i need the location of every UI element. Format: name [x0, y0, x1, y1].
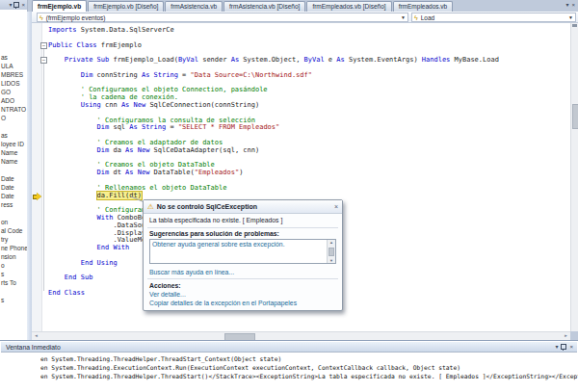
tree-item-fragment[interactable]: s — [1, 296, 28, 304]
scroll-right-icon[interactable]: ► — [562, 332, 570, 340]
tree-item-fragment[interactable]: Date — [1, 183, 28, 192]
code-line: Private Sub frmEjemplo_Load(ByVal sender… — [48, 57, 499, 65]
close-document-icon[interactable]: × — [571, 2, 575, 8]
tab-frmejemplo-vb-dise-o-[interactable]: frmEjemplo.vb [Diseño] — [88, 1, 164, 12]
tab-frmejemplo-vb[interactable]: frmEjemplo.vb — [32, 0, 87, 12]
tree-item-fragment[interactable]: o — [1, 261, 28, 270]
code-line: Public Class frmEjemplo — [48, 42, 499, 50]
tree-item-fragment[interactable] — [1, 209, 28, 218]
code-line: Dim da As New SqlCeDataAdapter(sql, cnn) — [48, 147, 499, 155]
vertical-scrollbar-thumb[interactable] — [572, 104, 578, 129]
tab-frmempleados-vb[interactable]: frmEmpleados.vb — [393, 1, 454, 12]
tree-item-fragment[interactable]: Name — [1, 148, 28, 157]
events-combo-value: Load — [421, 14, 434, 21]
vs-ide-window: ▾ × asULAMBRESLIDOSGOADONTRATOOasloyee I… — [0, 0, 578, 392]
tab-frmasistencia-vb-dise-o-[interactable]: frmAsistencia.vb [Diseño] — [223, 1, 305, 12]
collapse-region-icon[interactable]: − — [40, 57, 47, 64]
outline-guide — [43, 44, 44, 291]
tree-item-fragment[interactable]: try — [1, 235, 28, 244]
divider — [147, 278, 338, 279]
docked-panel-header: ▾ × — [0, 0, 27, 10]
stack-trace-line: en System.Threading.ExecutionContext.Run… — [40, 363, 578, 372]
tree-item-fragment[interactable]: Name — [1, 157, 28, 166]
tree-item-fragment[interactable]: LIDOS — [1, 79, 28, 88]
tree-item-fragment[interactable]: ULA — [1, 62, 28, 70]
immediate-window-title: Ventana Inmediato — [6, 344, 61, 351]
tree-item-fragment[interactable]: ADO — [1, 96, 28, 105]
tree-item-fragment[interactable]: ne Phone — [1, 244, 28, 252]
close-icon[interactable]: × — [334, 203, 338, 210]
code-line: Using cnn As New SqlCeConnection(connStr… — [48, 102, 499, 110]
docked-panel-cropped: ▾ × asULAMBRESLIDOSGOADONTRATOOasloyee I… — [0, 0, 28, 340]
tree-item-fragment[interactable] — [1, 122, 28, 131]
panel-menu-icon[interactable]: ▾ — [9, 2, 12, 8]
tree-item-fragment[interactable]: rts To — [1, 278, 28, 287]
exception-message: La tabla especificada no existe. [ Emple… — [149, 217, 336, 223]
vertical-scrollbar[interactable] — [570, 23, 578, 331]
close-icon[interactable]: × — [569, 344, 573, 350]
tab-overflow-icon[interactable]: ▾ — [565, 2, 568, 8]
collapse-region-icon[interactable]: − — [40, 42, 47, 49]
tree-item-fragment[interactable]: MBRES — [1, 70, 28, 79]
view-detail-link[interactable]: Ver detalle... — [149, 291, 186, 298]
listbox-scrollbar[interactable]: ▲ ▼ — [327, 240, 335, 263]
online-help-link[interactable]: Buscar más ayuda en línea... — [149, 269, 234, 275]
code-line: Dim sql As String = "SELECT * FROM Emple… — [48, 124, 499, 132]
actions-header: Acciones: — [149, 282, 180, 289]
immediate-window-controls: ▾ × — [555, 344, 577, 350]
immediate-window-header[interactable]: Ventana Inmediato ▾ × — [1, 342, 577, 353]
tree-item-fragment[interactable] — [1, 166, 28, 174]
tree-item-fragment[interactable]: ress — [1, 200, 28, 209]
tab-bar-controls: ▾ × — [565, 2, 575, 8]
suggestions-header: Sugerencias para solución de problemas: — [149, 230, 279, 237]
tree-item-fragment[interactable] — [1, 287, 28, 296]
stack-trace-line: en System.Threading.ThreadHelper.ThreadS… — [40, 372, 578, 380]
exception-popup-header: ⚠ No se controló SqlCeException × — [144, 200, 342, 214]
listbox-scrollbar-thumb[interactable] — [328, 248, 334, 256]
code-line: Imports System.Data.SqlServerCe — [48, 27, 499, 35]
scroll-up-icon[interactable]: ▲ — [328, 240, 335, 246]
tree-item-fragment[interactable]: nsion — [1, 252, 28, 261]
code-line: Dim connString As String = "Data Source=… — [48, 72, 499, 80]
objects-combo-value: (frmEjemplo eventos) — [46, 14, 106, 21]
tree-item-fragment[interactable]: NTRATO — [1, 105, 28, 114]
copy-details-link[interactable]: Copiar detalles de la excepción en el Po… — [149, 300, 297, 306]
events-combo[interactable]: ϟ Load ▼ — [411, 13, 576, 22]
tree-item-fragment[interactable]: Date — [1, 192, 28, 200]
horizontal-scrollbar[interactable]: ◄ ► — [32, 331, 570, 340]
exception-title: No se controló SqlCeException — [157, 203, 257, 210]
suggestions-listbox[interactable]: Obtener ayuda general sobre esta excepci… — [149, 239, 336, 264]
tree-item-fragment[interactable]: s — [1, 270, 28, 278]
close-icon[interactable]: × — [21, 2, 25, 8]
divider — [147, 227, 338, 228]
navigation-bar: ϟ (frmEjemplo eventos) ▼ ϟ Load ▼ — [32, 12, 578, 23]
window-menu-icon[interactable]: ▾ — [555, 344, 558, 350]
tree-item-fragment[interactable]: as — [1, 53, 28, 62]
exception-popup: ⚠ No se controló SqlCeException × La tab… — [143, 199, 343, 311]
tab-frmempleados-vb-dise-o-[interactable]: frmEmpleados.vb [Diseño] — [306, 1, 391, 12]
split-handle[interactable] — [572, 24, 577, 27]
immediate-window: Ventana Inmediato ▾ × en System.Threadin… — [0, 340, 578, 392]
tab-frmasistencia-vb[interactable]: frmAsistencia.vb — [165, 1, 223, 12]
tree-item-fragment[interactable]: Date — [1, 174, 28, 183]
stack-trace-line: en System.Threading.ThreadHelper.ThreadS… — [40, 354, 578, 363]
pin-icon[interactable] — [561, 344, 566, 350]
tree-item-fragment[interactable]: O — [1, 114, 28, 122]
tree-item-fragment[interactable]: GO — [1, 88, 28, 96]
code-line: Dim dt As New DataTable("Empleados") — [48, 170, 499, 177]
tab-bar: frmEjemplo.vbfrmEjemplo.vb [Diseño]frmAs… — [32, 0, 563, 12]
tree-item-fragment[interactable]: as — [1, 131, 28, 140]
immediate-window-content[interactable]: en System.Threading.ThreadHelper.ThreadS… — [40, 354, 578, 392]
chevron-down-icon: ▼ — [401, 14, 406, 20]
indicator-margin — [32, 23, 42, 331]
scroll-left-icon[interactable]: ◄ — [32, 332, 40, 340]
objects-combo[interactable]: ϟ (frmEjemplo eventos) ▼ — [37, 13, 408, 22]
pin-icon[interactable] — [13, 2, 19, 8]
chevron-down-icon: ▼ — [568, 14, 573, 20]
scroll-down-icon[interactable]: ▼ — [328, 258, 335, 264]
suggestion-link[interactable]: Obtener ayuda general sobre esta excepci… — [152, 241, 326, 248]
event-icon: ϟ — [414, 14, 418, 21]
tree-item-fragment[interactable]: on — [1, 218, 28, 226]
tree-item-fragment[interactable]: al Code — [1, 226, 28, 235]
tree-item-fragment[interactable]: loyee ID — [1, 140, 28, 148]
